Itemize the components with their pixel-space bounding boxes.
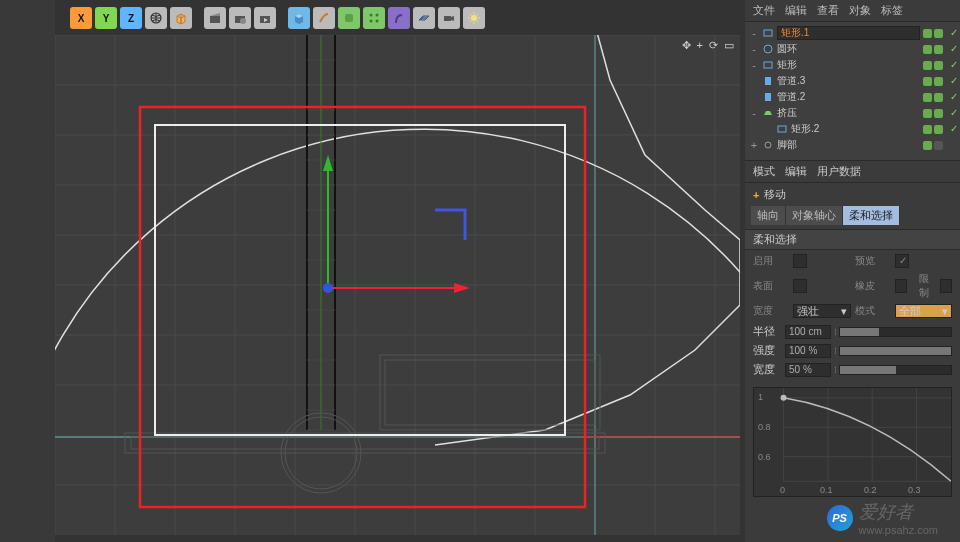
rubber-checkbox[interactable] [895, 279, 907, 293]
radius-slider[interactable] [839, 327, 952, 337]
deformer-button[interactable] [388, 7, 410, 29]
object-name[interactable]: 管道.3 [777, 74, 920, 88]
menu-view[interactable]: 查看 [817, 3, 839, 18]
axis-z-button[interactable]: Z [120, 7, 142, 29]
width2-input[interactable]: 50 % [785, 363, 831, 377]
visibility-dots[interactable] [923, 61, 943, 70]
attr-tabs: 轴向 对象轴心 柔和选择 [745, 206, 960, 229]
tab-soft-selection[interactable]: 柔和选择 [843, 206, 900, 225]
enable-check-icon[interactable]: ✓ [950, 76, 960, 86]
falloff-graph[interactable]: 1 0.8 0.6 0 0.1 0.2 0.3 [753, 387, 952, 497]
attr-menu-user[interactable]: 用户数据 [817, 164, 861, 179]
tree-toggle[interactable]: - [749, 59, 759, 71]
enable-check-icon[interactable]: ✓ [950, 44, 960, 54]
tree-toggle[interactable]: - [749, 27, 759, 39]
object-row[interactable]: 管道.2✓ [745, 89, 960, 105]
object-type-icon [762, 91, 774, 103]
visibility-dots[interactable] [923, 93, 943, 102]
object-name[interactable]: 圆环 [777, 42, 920, 56]
menu-file[interactable]: 文件 [753, 3, 775, 18]
svg-point-7 [376, 14, 379, 17]
radius-label: 半径 [753, 324, 785, 339]
viewport[interactable]: ✥ + ⟳ ▭ [55, 35, 740, 535]
tree-toggle[interactable]: + [749, 139, 759, 151]
visibility-dots[interactable] [923, 109, 943, 118]
object-name[interactable]: 管道.2 [777, 90, 920, 104]
gx2: 0.2 [864, 485, 877, 495]
strength-input[interactable]: 100 % [785, 344, 831, 358]
object-row[interactable]: +脚部 [745, 137, 960, 153]
object-row[interactable]: 矩形.2✓ [745, 121, 960, 137]
radius-input[interactable]: 100 cm [785, 325, 831, 339]
tab-object-axis[interactable]: 对象轴心 [786, 206, 843, 225]
svg-rect-59 [385, 360, 595, 425]
strength-slider[interactable] [839, 346, 952, 356]
surface-checkbox[interactable] [793, 279, 807, 293]
tab-axis[interactable]: 轴向 [751, 206, 786, 225]
svg-rect-5 [345, 14, 353, 22]
object-row[interactable]: 管道.3✓ [745, 73, 960, 89]
cube-solid-icon [292, 11, 306, 25]
generator-button[interactable] [338, 7, 360, 29]
menu-object[interactable]: 对象 [849, 3, 871, 18]
preview-checkbox[interactable]: ✓ [895, 254, 909, 268]
primitive-button[interactable] [288, 7, 310, 29]
width2-slider[interactable] [839, 365, 952, 375]
visibility-dots[interactable] [923, 77, 943, 86]
axis-y-button[interactable]: Y [95, 7, 117, 29]
object-name[interactable]: 矩形.1 [777, 26, 920, 40]
floor-button[interactable] [413, 7, 435, 29]
tree-toggle[interactable]: - [749, 107, 759, 119]
orbit-icon[interactable]: ⟳ [709, 39, 718, 52]
enable-checkbox[interactable] [793, 254, 807, 268]
object-name[interactable]: 脚部 [777, 138, 920, 152]
visibility-dots[interactable] [923, 45, 943, 54]
object-tree[interactable]: -矩形.1✓-圆环✓-矩形✓管道.3✓管道.2✓-挤压✓矩形.2✓+脚部 [745, 22, 960, 160]
visibility-dots[interactable] [923, 141, 943, 150]
spline-button[interactable] [313, 7, 335, 29]
enable-check-icon[interactable]: ✓ [950, 92, 960, 102]
weight-select[interactable]: 强壮▾ [793, 304, 851, 318]
axis-x-button[interactable]: X [70, 7, 92, 29]
object-name[interactable]: 挤压 [777, 106, 920, 120]
enable-check-icon[interactable]: ✓ [950, 108, 960, 118]
zoom-icon[interactable]: + [697, 39, 703, 52]
object-row[interactable]: -矩形✓ [745, 57, 960, 73]
limit-checkbox[interactable] [940, 279, 952, 293]
section-soft-selection: 柔和选择 [745, 229, 960, 250]
nurbs-icon [342, 11, 356, 25]
object-row[interactable]: -圆环✓ [745, 41, 960, 57]
cube-button[interactable] [170, 7, 192, 29]
attr-menu-mode[interactable]: 模式 [753, 164, 775, 179]
object-type-icon [776, 123, 788, 135]
enable-check-icon[interactable]: ✓ [950, 28, 960, 38]
object-type-icon [762, 139, 774, 151]
visibility-dots[interactable] [923, 29, 943, 38]
radius-stepper[interactable]: ⁞ [831, 327, 839, 337]
weight-label: 宽度 [753, 304, 789, 318]
object-row[interactable]: -挤压✓ [745, 105, 960, 121]
tree-toggle[interactable]: - [749, 43, 759, 55]
width2-stepper[interactable]: ⁞ [831, 365, 839, 375]
menu-tags[interactable]: 标签 [881, 3, 903, 18]
coord-system-button[interactable] [145, 7, 167, 29]
frame-icon[interactable]: ▭ [724, 39, 734, 52]
render-settings-button[interactable] [229, 7, 251, 29]
object-row[interactable]: -矩形.1✓ [745, 25, 960, 41]
object-type-icon [762, 59, 774, 71]
object-name[interactable]: 矩形 [777, 58, 920, 72]
camera-button[interactable] [438, 7, 460, 29]
picture-viewer-button[interactable] [254, 7, 276, 29]
enable-check-icon[interactable]: ✓ [950, 60, 960, 70]
visibility-dots[interactable] [923, 125, 943, 134]
mode-select[interactable]: 全部▾ [895, 304, 953, 318]
render-view-button[interactable] [204, 7, 226, 29]
strength-stepper[interactable]: ⁞ [831, 346, 839, 356]
attr-menu-edit[interactable]: 编辑 [785, 164, 807, 179]
menu-edit[interactable]: 编辑 [785, 3, 807, 18]
array-button[interactable] [363, 7, 385, 29]
object-name[interactable]: 矩形.2 [791, 122, 920, 136]
enable-check-icon[interactable]: ✓ [950, 124, 960, 134]
pan-icon[interactable]: ✥ [682, 39, 691, 52]
light-button[interactable] [463, 7, 485, 29]
